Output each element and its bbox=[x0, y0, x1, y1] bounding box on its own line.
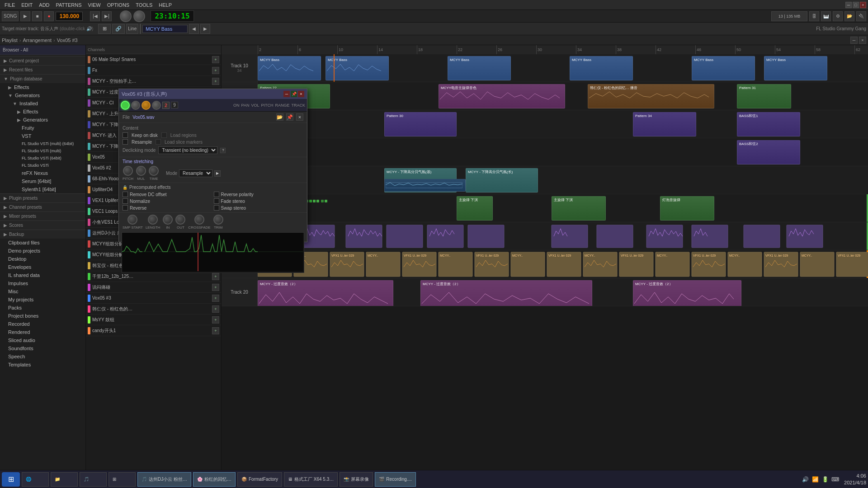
channel-add-button[interactable]: + bbox=[212, 295, 219, 302]
start-button[interactable]: ⊞ bbox=[2, 472, 20, 487]
sidebar-item-packs[interactable]: Packs bbox=[0, 304, 85, 312]
list-item[interactable]: 韩仁仪 - 粉红色的… + bbox=[86, 304, 221, 314]
out-knob[interactable] bbox=[175, 215, 185, 225]
vol-knob[interactable] bbox=[142, 101, 151, 110]
sidebar-mixer-presets[interactable]: ▶ Mixer presets bbox=[0, 211, 85, 221]
fast-forward-button[interactable]: ▶| bbox=[102, 11, 112, 21]
menu-options[interactable]: OPTIONS bbox=[104, 1, 132, 9]
clip[interactable]: MCYY - 过度音效（2） bbox=[420, 280, 592, 306]
popup-on-button[interactable] bbox=[121, 101, 130, 110]
taskbar-windows[interactable]: ⊞ bbox=[108, 472, 136, 487]
breadcrumb-vox05[interactable]: Vox05 #3 bbox=[57, 38, 78, 43]
channel-add-button[interactable]: + bbox=[212, 305, 219, 313]
time-knob[interactable] bbox=[149, 166, 159, 176]
pitch-knob-ts[interactable] bbox=[123, 166, 133, 176]
file-value[interactable]: Vox05.wav bbox=[132, 115, 274, 120]
file-pin-button[interactable]: 📌 bbox=[286, 113, 293, 121]
sidebar-item-effects2[interactable]: ▶ Effects bbox=[0, 108, 85, 116]
taskbar-explorer[interactable]: 📁 bbox=[51, 472, 78, 487]
clip[interactable]: 韩仁仪 - 粉红色的回忆… 播音 bbox=[588, 84, 714, 108]
taskbar-format-factory[interactable]: 📦 FormatFactory bbox=[237, 472, 282, 487]
sidebar-item-speech[interactable]: Speech bbox=[0, 352, 85, 361]
magnet-button[interactable]: 🔗 bbox=[112, 24, 125, 34]
clip[interactable]: MCYY - 下降高分贝气氛(长) bbox=[466, 168, 538, 192]
keep-on-disk-checkbox[interactable] bbox=[123, 132, 128, 138]
fade-stereo-checkbox[interactable] bbox=[214, 198, 219, 204]
reverse-checkbox[interactable] bbox=[123, 205, 128, 211]
swap-stereo-checkbox[interactable] bbox=[214, 205, 219, 211]
channel-rack-button[interactable]: ⚙ bbox=[833, 11, 843, 21]
snap-button[interactable]: ⊞ bbox=[98, 24, 111, 34]
sidebar-item-refx-nexus[interactable]: reFX Nexus bbox=[0, 169, 85, 177]
bpm-display[interactable]: 130.000 bbox=[56, 12, 83, 21]
breadcrumb-playlist[interactable]: Playlist bbox=[2, 38, 18, 43]
channel-selector[interactable]: MCYY Bass bbox=[142, 25, 188, 33]
sidebar-item-desktop[interactable]: Desktop bbox=[0, 255, 85, 263]
menu-tools[interactable]: TOOLS bbox=[133, 1, 155, 9]
track-pattern-content[interactable]: Pattern 22 MCYY电音主旋律音色 韩仁仪 - 粉红色的回忆… 播音 bbox=[258, 82, 868, 110]
clip[interactable]: 灯泡音旋律 bbox=[660, 196, 714, 221]
track-18-waveforms[interactable] bbox=[258, 224, 845, 249]
sidebar-item-fruity[interactable]: Fruity bbox=[0, 124, 85, 132]
clip[interactable]: MCYY - 过度音效（2） bbox=[633, 280, 741, 306]
menu-file[interactable]: FILE bbox=[2, 1, 18, 9]
minimize-button[interactable]: ─ bbox=[845, 2, 852, 8]
arrangement-view[interactable]: 2610141822263034384246505458626670 Track… bbox=[222, 45, 868, 476]
piano-roll-button[interactable]: 🎹 bbox=[821, 11, 831, 21]
minimize-panel-button[interactable]: ─ bbox=[850, 37, 858, 44]
sidebar-recent-files[interactable]: ▶ Recent files bbox=[0, 65, 85, 74]
crossfade-knob[interactable] bbox=[194, 215, 204, 225]
sidebar-item-clipboard-files[interactable]: Clipboard files bbox=[0, 239, 85, 247]
sidebar-item-effects1[interactable]: ▶ Effects bbox=[0, 83, 85, 91]
track-bass1-content[interactable]: Pattern 30 Pattern 34 BASS和弦1 bbox=[258, 110, 868, 138]
list-item[interactable]: MsYY 鼓组 + bbox=[86, 314, 221, 325]
clip[interactable]: MCYY Bass bbox=[326, 56, 389, 80]
list-item[interactable]: 06 Male Stop! Snares + bbox=[86, 54, 221, 65]
sidebar-item-fl-multi[interactable]: FL Studio VSTi (multi) bbox=[0, 147, 85, 155]
menu-edit[interactable]: EDIT bbox=[19, 1, 35, 9]
sidebar-item-serum[interactable]: Serum [64bit] bbox=[0, 177, 85, 185]
mixer-button[interactable]: 🎛 bbox=[809, 11, 819, 21]
tray-battery-icon[interactable]: 🔋 bbox=[821, 476, 829, 483]
list-item[interactable]: MCYY - 空拍拍手上… + bbox=[86, 76, 221, 87]
normalize-checkbox[interactable] bbox=[123, 198, 128, 204]
channel-add-button[interactable]: + bbox=[212, 316, 219, 324]
sidebar-channel-presets[interactable]: ▶ Channel presets bbox=[0, 202, 85, 211]
clip[interactable]: MCYY Bass bbox=[258, 56, 321, 80]
list-item[interactable]: candy开头1 + bbox=[86, 325, 221, 336]
channel-add-button[interactable]: + bbox=[212, 284, 219, 291]
sidebar-item-recorded[interactable]: Recorded bbox=[0, 320, 85, 328]
clip[interactable]: Pattern 34 bbox=[633, 112, 696, 136]
tray-volume-icon[interactable]: 📶 bbox=[811, 476, 819, 483]
clip[interactable]: Pattern 30 bbox=[384, 112, 457, 136]
channel-add-button[interactable]: + bbox=[212, 67, 219, 74]
clip[interactable]: MCYY Bass bbox=[570, 56, 633, 80]
audio-popup-header[interactable]: Vox05 #3 (音乐人声) ─ 📌 × bbox=[119, 89, 307, 99]
clip[interactable]: BASS和弦1 bbox=[737, 112, 800, 136]
clip[interactable]: MCYY Bass bbox=[448, 56, 511, 80]
file-close-button[interactable]: × bbox=[296, 113, 303, 121]
browser-button[interactable]: 📂 bbox=[844, 11, 854, 21]
close-panel-button[interactable]: × bbox=[859, 37, 866, 44]
list-item[interactable]: 说闷痛碰 + bbox=[86, 282, 221, 293]
smp-start-knob[interactable] bbox=[127, 215, 137, 225]
sidebar-item-rendered[interactable]: Rendered bbox=[0, 328, 85, 336]
sidebar-item-envelopes[interactable]: Envelopes bbox=[0, 263, 85, 271]
list-item[interactable]: Vox05 #3 + bbox=[86, 293, 221, 304]
sidebar-item-il-shared[interactable]: IL shared data bbox=[0, 271, 85, 279]
track-10-content[interactable]: MCYY Bass MCYY Bass MCYY Bass bbox=[258, 54, 868, 82]
track-20-content[interactable]: MCYY - 过度音效（2） MCYY - 过度音效（2） MCYY - 过度音… bbox=[258, 278, 868, 306]
master-pitch-knob[interactable] bbox=[133, 10, 145, 22]
sidebar-item-soundfonts[interactable]: Soundfonts bbox=[0, 344, 85, 352]
list-item[interactable]: Fx + bbox=[86, 65, 221, 76]
score-display[interactable]: 2 bbox=[162, 102, 170, 109]
maximize-button[interactable]: □ bbox=[853, 2, 859, 8]
sidebar-item-fl-multi-64[interactable]: FL Studio VSTi (multi) (64bit) bbox=[0, 140, 85, 147]
pan-knob[interactable] bbox=[131, 101, 140, 110]
clip[interactable] bbox=[384, 179, 466, 192]
menu-add[interactable]: ADD bbox=[36, 1, 52, 9]
channel-add-button[interactable]: + bbox=[212, 78, 219, 85]
song-button[interactable]: SONG bbox=[2, 11, 19, 21]
clip[interactable]: MCYY Bass bbox=[692, 56, 755, 80]
track-18-content[interactable] bbox=[258, 222, 868, 250]
